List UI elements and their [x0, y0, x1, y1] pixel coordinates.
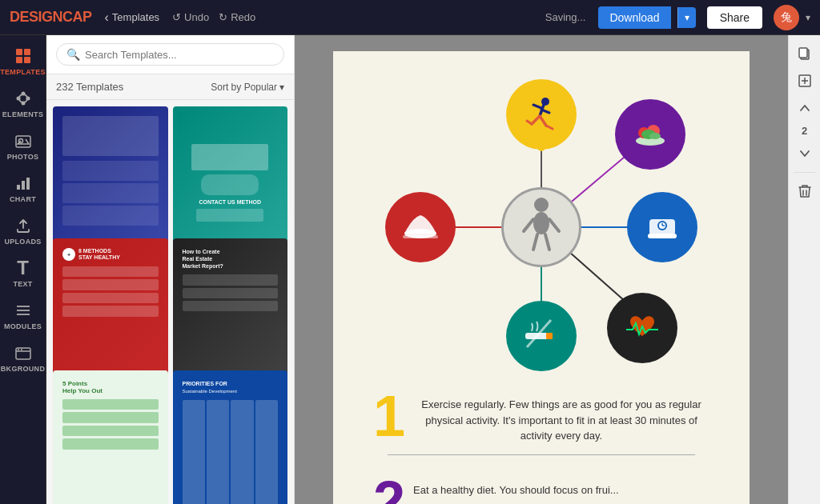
preview-row: [196, 209, 263, 222]
sidebar-item-modules[interactable]: MODULES: [0, 294, 46, 337]
preview-row: + 8 METHODSSTAY HEALTHY: [62, 248, 159, 261]
sidebar-item-bkground[interactable]: BKGROUND: [0, 337, 46, 379]
section-2-number: 2: [373, 473, 405, 504]
back-chevron-icon: ‹: [105, 10, 109, 25]
undo-label: Undo: [184, 11, 209, 23]
move-up-icon: [799, 104, 810, 112]
move-down-button[interactable]: [793, 142, 817, 166]
move-up-button[interactable]: [793, 96, 817, 120]
section-divider: [388, 454, 695, 455]
template-inner: CONTACT US METHOD: [173, 106, 288, 259]
preview-col: [207, 400, 229, 504]
search-input-wrap[interactable]: 🔍: [56, 43, 284, 66]
preview-cols: [183, 400, 279, 504]
redo-button[interactable]: ↻ Redo: [219, 11, 255, 23]
back-to-templates[interactable]: ‹ Templates: [105, 10, 160, 25]
uploads-icon: [14, 216, 33, 235]
preview-row: [62, 438, 159, 449]
preview-row: [62, 399, 159, 410]
delete-page-button[interactable]: [793, 179, 817, 203]
preview-row: [62, 266, 159, 277]
search-icon: 🔍: [66, 48, 80, 61]
svg-point-18: [18, 349, 19, 350]
svg-point-53: [649, 133, 661, 139]
templates-grid: CONTACT US METHOD + 8 METHODSSTAY HEALTH…: [46, 100, 294, 504]
template-inner: How to CreateReal EstateMarket Report?: [173, 238, 288, 391]
templates-label: TEMPLATES: [0, 68, 46, 76]
undo-button[interactable]: ↺ Undo: [172, 11, 209, 23]
infographic-body: 1 Exercise regularly. Few things are as …: [333, 51, 750, 504]
section-2-text: Eat a healthy diet. You should focus on …: [413, 473, 619, 504]
page-number: 2: [802, 125, 807, 137]
section-1-text: Exercise regularly. Few things are as go…: [413, 387, 709, 445]
user-avatar[interactable]: 兔: [774, 5, 799, 30]
svg-point-33: [534, 198, 549, 212]
sidebar-item-elements[interactable]: ELEMENTS: [0, 82, 46, 125]
sugar-svg: [396, 203, 444, 251]
svg-line-37: [533, 234, 537, 250]
template-card[interactable]: [53, 106, 168, 259]
chart-label: CHART: [10, 195, 36, 203]
download-button[interactable]: Download: [598, 6, 670, 29]
modules-label: MODULES: [4, 322, 42, 330]
preview-text: 5 PointsHelp You Out: [62, 380, 159, 394]
sidebar-item-text[interactable]: T TEXT: [0, 252, 46, 294]
heart-circle: [607, 293, 677, 363]
templates-count: 232 Templates: [56, 81, 123, 93]
preview-col: [231, 400, 253, 504]
svg-point-7: [16, 97, 20, 101]
redo-label: Redo: [231, 11, 255, 23]
copy-page-button[interactable]: [793, 42, 817, 66]
template-card[interactable]: CONTACT US METHOD: [173, 106, 288, 259]
preview-text: How to CreateReal EstateMarket Report?: [183, 248, 279, 270]
svg-rect-13: [26, 178, 30, 190]
scale-circle: [627, 192, 697, 262]
sidebar-divider: [794, 172, 815, 173]
sidebar-item-photos[interactable]: PHOTOS: [0, 125, 46, 167]
download-dropdown-button[interactable]: ▾: [677, 7, 696, 28]
sidebar-item-chart[interactable]: CHART: [0, 167, 46, 210]
preview-row: [62, 279, 159, 290]
template-preview: + 8 METHODSSTAY HEALTHY: [58, 243, 163, 386]
preview-icon: +: [62, 248, 75, 261]
preview-row: [62, 161, 159, 181]
sort-button[interactable]: Sort by Popular ▾: [211, 82, 284, 93]
user-dropdown-icon[interactable]: ▾: [806, 12, 810, 23]
preview-row: [183, 301, 279, 311]
template-inner: PRIORITIES FORSustainable Development: [173, 370, 288, 504]
template-preview: PRIORITIES FORSustainable Development: [178, 375, 283, 504]
elements-icon: [14, 89, 33, 108]
template-preview: 5 PointsHelp You Out: [58, 375, 163, 504]
preview-header: [62, 116, 159, 156]
saving-status: Saving...: [545, 11, 586, 23]
svg-line-36: [549, 219, 559, 231]
svg-rect-1: [24, 49, 30, 55]
photos-label: PHOTOS: [7, 153, 39, 161]
undo-redo-group: ↺ Undo ↻ Redo: [172, 11, 255, 23]
preview-row: [62, 183, 159, 203]
template-card[interactable]: PRIORITIES FORSustainable Development: [173, 370, 288, 504]
svg-point-8: [21, 102, 25, 106]
canvas-page: 1 Exercise regularly. Few things are as …: [333, 51, 750, 504]
share-button[interactable]: Share: [707, 6, 762, 29]
sort-chevron-icon: ▾: [279, 82, 284, 93]
human-figure-svg: [517, 195, 565, 259]
canvas-scroll[interactable]: 1 Exercise regularly. Few things are as …: [295, 35, 788, 504]
svg-rect-2: [16, 57, 22, 63]
search-input[interactable]: [85, 49, 274, 61]
svg-rect-64: [546, 333, 553, 339]
logo-design: DESIGN: [10, 9, 62, 25]
svg-rect-11: [17, 185, 20, 190]
template-card[interactable]: + 8 METHODSSTAY HEALTHY: [53, 238, 168, 391]
template-card[interactable]: 5 PointsHelp You Out: [53, 370, 168, 504]
svg-point-19: [21, 349, 22, 350]
templates-icon: [14, 46, 33, 66]
sidebar-item-uploads[interactable]: UPLOADS: [0, 210, 46, 252]
add-page-button[interactable]: [793, 69, 817, 93]
sidebar-item-templates[interactable]: TEMPLATES: [0, 40, 46, 82]
svg-rect-0: [16, 49, 22, 55]
templates-header: 232 Templates Sort by Popular ▾: [46, 74, 294, 100]
preview-row: [183, 274, 279, 285]
template-card[interactable]: How to CreateReal EstateMarket Report?: [173, 238, 288, 391]
runner-circle: [506, 79, 577, 150]
